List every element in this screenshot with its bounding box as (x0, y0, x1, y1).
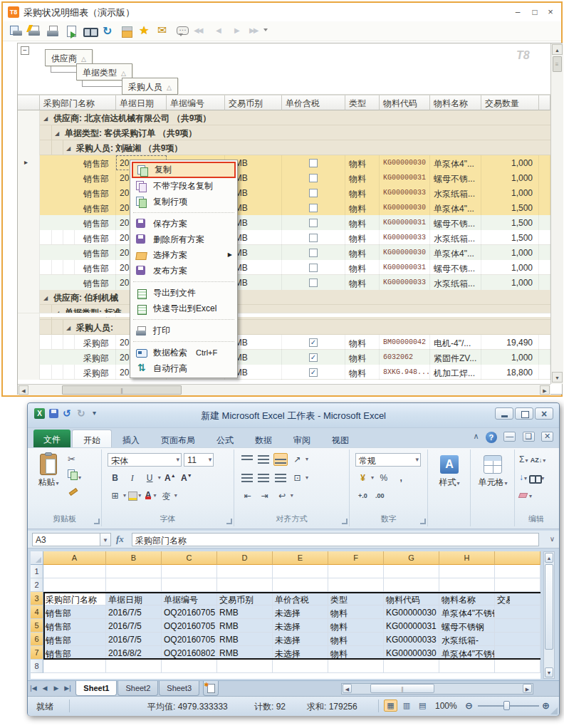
align-bottom-button[interactable] (273, 453, 288, 466)
first-sheet-button[interactable]: |◀ (28, 681, 39, 692)
menu-item-choose-scheme[interactable]: 选择方案▶ (132, 247, 236, 263)
underline-button[interactable]: U (143, 472, 157, 485)
excel-hscroll-thumb[interactable]: ∥ (370, 684, 434, 693)
cell-B7[interactable]: 2016/8/2 (106, 646, 162, 660)
excel-scroll-up[interactable]: ▲ (545, 553, 553, 563)
cell-G4[interactable]: KG00000030 (384, 605, 439, 619)
paste-button[interactable]: 粘贴▾ (33, 452, 63, 506)
cell-E2[interactable] (273, 578, 328, 592)
column-header[interactable]: 单价含税 (282, 95, 345, 110)
tab-审阅[interactable]: 审阅 (283, 430, 321, 448)
table-row[interactable]: 采购部201RMB✓物料8XKG.948...机加工焊...18,800 (18, 365, 550, 380)
number-format-combo[interactable]: 常规 (355, 453, 421, 467)
zoom-in-button[interactable]: ⊕ (542, 700, 550, 711)
menu-item-copy-rows[interactable]: 复制行项 (132, 194, 236, 209)
table-row[interactable]: 销售部2016-07-05RMB物料KG00000033水泵纸箱...1,000 (18, 185, 550, 200)
sort-filter-button[interactable]: AZ↓ (531, 457, 543, 464)
table-row[interactable]: 采购部201RMB✓物料BM00000042电机-4"/...19,490 (18, 335, 550, 350)
cell-G6[interactable]: KG00000033 (384, 633, 439, 646)
column-header[interactable]: 采购部门名称 (40, 95, 116, 110)
cell-B5[interactable]: 2016/7/5 (106, 619, 162, 633)
wrap-text-button[interactable]: ↩ (276, 489, 289, 503)
cell-F8[interactable] (328, 660, 384, 673)
cut-button[interactable]: ✂ (66, 454, 99, 469)
excel-close-button[interactable] (535, 407, 553, 420)
column-header[interactable]: 交易币别 (225, 95, 282, 110)
insert-worksheet-button[interactable] (203, 681, 219, 696)
vertical-scrollbar[interactable]: ▲ ≡ ▼ (550, 43, 563, 384)
hscroll-right[interactable]: ▶ (523, 684, 532, 693)
row-header-1[interactable]: 1 (31, 565, 43, 578)
tax-checkbox[interactable] (309, 159, 318, 167)
cell-A5[interactable]: 销售部 (43, 619, 106, 633)
insert-function-button[interactable]: fx (116, 534, 124, 545)
archive-icon[interactable] (120, 24, 134, 38)
table-row[interactable]: 销售部201RMB物料KG00000030单泵体4"...1,000 (18, 245, 550, 260)
phonetic-button[interactable]: 变 (160, 489, 173, 503)
group-field-3[interactable]: 采购人员△ (122, 78, 178, 95)
find-select-button[interactable] (529, 474, 540, 483)
table-row[interactable]: 销售部201RMB物料KG00000033水泵纸箱...1,000 (18, 275, 550, 290)
column-header[interactable]: 类型 (345, 95, 380, 110)
col-header-G[interactable]: G (384, 551, 439, 565)
column-header[interactable]: 物料名称 (430, 95, 481, 110)
row-header-5[interactable]: 5 (31, 619, 43, 633)
select-all-corner[interactable] (31, 551, 43, 565)
table-row[interactable]: 销售部201RMB物料KG00000033水泵纸箱...1,500 (18, 230, 550, 245)
workbook-close-button[interactable]: ✕ (541, 432, 553, 442)
next-sheet-button[interactable]: ▶ (51, 681, 62, 692)
copy-page-icon[interactable] (64, 24, 78, 38)
col-header-H[interactable]: H (439, 551, 495, 565)
cell-C5[interactable]: OQ20160705 (162, 619, 217, 633)
cell-A2[interactable] (43, 578, 106, 592)
copy-special-icon[interactable] (9, 24, 23, 38)
cell-F5[interactable]: 物料 (328, 619, 384, 633)
row-header-7[interactable]: 7 (31, 646, 43, 660)
tax-checkbox[interactable] (309, 249, 318, 257)
cell-F2[interactable] (328, 578, 384, 592)
cell-F6[interactable]: 物料 (328, 633, 384, 646)
tab-视图[interactable]: 视图 (321, 430, 360, 448)
cell-C1[interactable] (162, 565, 217, 578)
nav-last-icon[interactable] (249, 24, 263, 38)
hscroll-left[interactable]: ◀ (343, 684, 352, 693)
copy-button[interactable]: ▾ (66, 469, 99, 485)
menu-item-delete-schemes[interactable]: 删除所有方案 (132, 232, 236, 247)
styles-button[interactable]: A 样式▾ (429, 454, 469, 489)
cell-H3[interactable]: 物料名称 (439, 592, 495, 605)
merge-center-button[interactable]: ⊡ (291, 472, 304, 485)
fill-button[interactable]: ↓ (519, 472, 523, 482)
comment-icon[interactable] (175, 24, 189, 38)
scroll-left-button[interactable]: ◀ (19, 385, 28, 395)
borders-button[interactable]: ⊞ (108, 489, 122, 503)
nav-first-icon[interactable] (194, 24, 208, 38)
mail-icon[interactable] (157, 24, 171, 38)
excel-minimize-button[interactable] (495, 407, 513, 420)
cell-B4[interactable]: 2016/7/5 (106, 605, 162, 619)
col-header-B[interactable]: B (106, 551, 162, 565)
shrink-font-button[interactable]: A▼ (179, 472, 194, 483)
clear-button[interactable] (518, 493, 528, 498)
cell-B6[interactable]: 2016/7/5 (106, 633, 162, 646)
cell-F7[interactable]: 物料 (328, 646, 384, 660)
format-painter-button[interactable] (66, 485, 99, 501)
minimize-button[interactable]: – (511, 6, 524, 19)
nav-back-icon[interactable] (212, 24, 226, 38)
zoom-slider-thumb[interactable] (503, 701, 510, 710)
excel-scroll-down[interactable]: ▼ (545, 667, 553, 677)
grow-font-button[interactable]: A▲ (163, 472, 177, 483)
number-dialog-launcher[interactable] (420, 519, 426, 524)
align-top-button[interactable] (240, 453, 254, 464)
cell-B8[interactable] (106, 660, 162, 673)
cell-B2[interactable] (106, 578, 162, 592)
row-header-4[interactable]: 4 (31, 605, 43, 619)
worksheet-grid[interactable]: ABCDEFGH123采购部门名称单据日期单据编号交易币别单价含税类型物料代码物… (31, 551, 540, 679)
cell-H5[interactable]: 螺母不锈钢 (439, 619, 495, 633)
align-middle-button[interactable] (256, 453, 271, 466)
scroll-right-button[interactable]: ▶ (540, 385, 550, 395)
cell-C6[interactable]: OQ20160705 (162, 633, 217, 646)
row-header-2[interactable]: 2 (31, 578, 43, 592)
cell-D6[interactable]: RMB (217, 633, 273, 646)
page-break-view-button[interactable]: ▤ (416, 700, 429, 712)
group-row[interactable]: ◢单据类型: 客供采购订单 （共9项） (18, 125, 550, 140)
